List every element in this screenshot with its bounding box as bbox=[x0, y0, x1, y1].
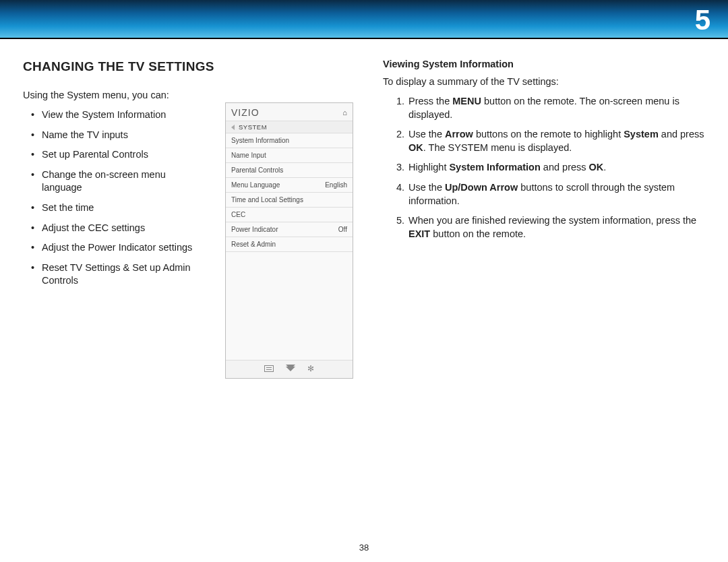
step-text: buttons on the remote to highlight bbox=[473, 129, 624, 139]
chapter-number: 5 bbox=[695, 4, 710, 36]
brand-logo: VIZIO bbox=[231, 107, 260, 118]
row-label: Menu Language bbox=[231, 181, 280, 189]
step-bold: MENU bbox=[452, 96, 481, 106]
tv-menu-row: Name Input bbox=[226, 148, 353, 163]
tv-menu-header: VIZIO ⌂ bbox=[226, 103, 353, 121]
list-item: Set up Parental Controls bbox=[42, 148, 198, 162]
list-item: When you are finished reviewing the syst… bbox=[407, 214, 705, 241]
list-item: Press the MENU button on the remote. The… bbox=[407, 95, 705, 121]
step-text: When you are finished reviewing the syst… bbox=[408, 215, 696, 226]
subsection-heading: Viewing System Information bbox=[383, 58, 705, 71]
step-text: Highlight bbox=[408, 162, 449, 173]
row-value: English bbox=[325, 181, 347, 189]
back-icon bbox=[231, 125, 235, 130]
right-column: Viewing System Information To display a … bbox=[383, 58, 705, 294]
step-bold: OK bbox=[408, 142, 423, 153]
tv-menu-breadcrumb: SYSTEM bbox=[226, 121, 353, 133]
row-value: Off bbox=[338, 226, 347, 233]
tv-menu-row: Parental Controls bbox=[226, 163, 353, 178]
steps-list: Press the MENU button on the remote. The… bbox=[383, 95, 705, 241]
subsection-intro: To display a summary of the TV settings: bbox=[383, 75, 705, 89]
row-label: Time and Local Settings bbox=[231, 196, 303, 204]
gear-icon: ✻ bbox=[307, 365, 314, 373]
section-heading: CHANGING THE TV SETTINGS bbox=[23, 58, 345, 75]
chapter-banner: 5 bbox=[0, 0, 728, 38]
step-bold: OK bbox=[589, 162, 604, 173]
list-item: Change the on-screen menu language bbox=[42, 168, 198, 195]
tv-menu-footer: ✻ bbox=[226, 360, 353, 378]
step-text: . The SYSTEM menu is displayed. bbox=[423, 142, 572, 153]
list-item: Use the Arrow buttons on the remote to h… bbox=[407, 128, 705, 154]
tv-menu-row: Menu LanguageEnglish bbox=[226, 178, 353, 193]
step-text: and press bbox=[659, 129, 704, 139]
home-icon: ⌂ bbox=[342, 108, 347, 117]
list-item: Adjust the Power Indicator settings bbox=[42, 241, 198, 255]
step-bold: Arrow bbox=[445, 129, 473, 139]
tv-menu-row: Reset & Admin bbox=[226, 237, 353, 252]
row-label: Power Indicator bbox=[231, 226, 278, 233]
step-text: Use the bbox=[408, 129, 445, 139]
step-text: Press the bbox=[408, 96, 452, 106]
step-bold: System Information bbox=[449, 162, 540, 173]
step-text: and press bbox=[541, 162, 589, 173]
list-item: Name the TV inputs bbox=[42, 129, 198, 142]
tv-menu-row: System Information bbox=[226, 133, 353, 148]
chevron-down-icon bbox=[286, 367, 295, 371]
list-item: Adjust the CEC settings bbox=[42, 222, 198, 235]
wide-icon bbox=[264, 365, 274, 372]
row-label: Name Input bbox=[231, 152, 266, 159]
row-label: Parental Controls bbox=[231, 166, 283, 174]
tv-menu-row: Power IndicatorOff bbox=[226, 222, 353, 237]
step-bold: System bbox=[624, 129, 659, 139]
row-label: System Information bbox=[231, 137, 289, 144]
page-number: 38 bbox=[0, 542, 728, 553]
tv-menu-row: Time and Local Settings bbox=[226, 193, 353, 208]
bullet-list: View the System Information Name the TV … bbox=[23, 108, 198, 288]
list-item: Reset TV Settings & Set up Admin Control… bbox=[42, 261, 198, 288]
step-bold: Up/Down Arrow bbox=[445, 182, 518, 193]
list-item: Highlight System Information and press O… bbox=[407, 161, 705, 175]
list-item: Use the Up/Down Arrow buttons to scroll … bbox=[407, 181, 705, 208]
tv-menu-screenshot: VIZIO ⌂ SYSTEM System Information Name I… bbox=[225, 102, 353, 379]
section-intro: Using the System menu, you can: bbox=[23, 89, 345, 102]
step-text: . bbox=[603, 162, 606, 173]
step-text: Use the bbox=[408, 182, 445, 193]
row-label: Reset & Admin bbox=[231, 241, 276, 248]
step-text: button on the remote. bbox=[430, 228, 526, 239]
tv-menu-row: CEC bbox=[226, 208, 353, 222]
tv-menu-empty-area bbox=[226, 252, 353, 360]
list-item: View the System Information bbox=[42, 108, 198, 122]
list-item: Set the time bbox=[42, 201, 198, 215]
step-bold: EXIT bbox=[408, 228, 430, 239]
breadcrumb-label: SYSTEM bbox=[239, 123, 267, 131]
row-label: CEC bbox=[231, 211, 245, 218]
